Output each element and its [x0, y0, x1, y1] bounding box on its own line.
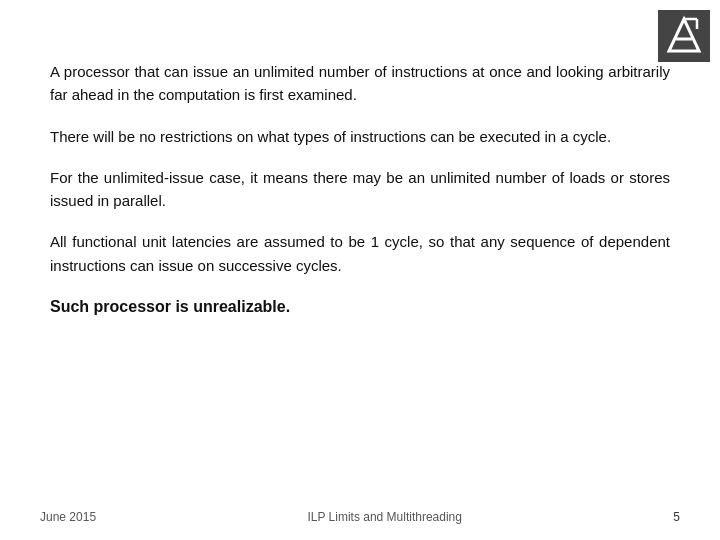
content-area: A processor that can issue an unlimited … — [40, 60, 680, 319]
paragraph-3: For the unlimited-issue case, it means t… — [50, 166, 670, 213]
paragraph-2: There will be no restrictions on what ty… — [50, 125, 670, 148]
bold-conclusion: Such processor is unrealizable. — [50, 295, 670, 319]
paragraph-4: All functional unit latencies are assume… — [50, 230, 670, 277]
logo — [658, 10, 710, 62]
logo-icon — [659, 11, 709, 61]
footer-page: 5 — [673, 510, 680, 524]
paragraph-1: A processor that can issue an unlimited … — [50, 60, 670, 107]
slide: A processor that can issue an unlimited … — [0, 0, 720, 540]
footer-title: ILP Limits and Multithreading — [307, 510, 462, 524]
footer: June 2015 ILP Limits and Multithreading … — [0, 510, 720, 524]
footer-date: June 2015 — [40, 510, 96, 524]
